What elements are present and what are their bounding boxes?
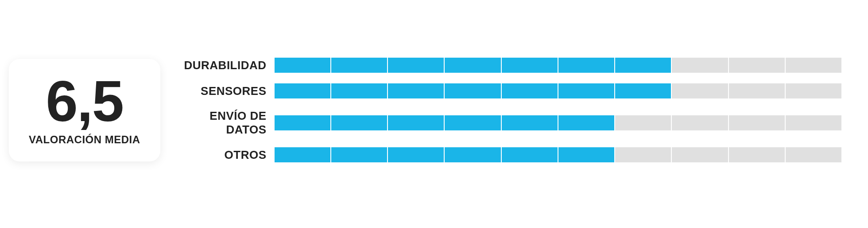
rating-container: 6,5 VALORACIÓN MEDIA DURABILIDADSENSORES… bbox=[0, 0, 868, 189]
score-card: 6,5 VALORACIÓN MEDIA bbox=[9, 59, 160, 161]
tick bbox=[786, 58, 841, 73]
tick bbox=[729, 115, 786, 130]
bar-row: DURABILIDAD bbox=[178, 58, 841, 73]
bar-row: ENVÍO DE DATOS bbox=[178, 109, 841, 137]
bar-fill bbox=[275, 147, 615, 162]
bar-track bbox=[275, 147, 841, 162]
bar-track bbox=[275, 115, 841, 130]
bar-label: SENSORES bbox=[178, 84, 267, 98]
bar-track bbox=[275, 58, 841, 73]
bar-label: OTROS bbox=[178, 148, 267, 162]
tick bbox=[786, 83, 841, 98]
bar-label: ENVÍO DE DATOS bbox=[178, 109, 267, 137]
tick bbox=[615, 147, 672, 162]
tick bbox=[729, 147, 786, 162]
bar-fill bbox=[275, 115, 615, 130]
tick bbox=[729, 58, 786, 73]
bar-track bbox=[275, 83, 841, 98]
bar-label: DURABILIDAD bbox=[178, 59, 267, 72]
tick bbox=[672, 83, 728, 98]
bar-fill bbox=[275, 58, 671, 73]
bar-fill bbox=[275, 83, 671, 98]
tick bbox=[786, 147, 841, 162]
bar-row: SENSORES bbox=[178, 83, 841, 98]
tick bbox=[672, 147, 728, 162]
score-label: VALORACIÓN MEDIA bbox=[29, 134, 140, 146]
tick bbox=[672, 58, 728, 73]
tick bbox=[672, 115, 728, 130]
bars-section: DURABILIDADSENSORESENVÍO DE DATOSOTROS bbox=[178, 58, 859, 162]
bar-row: OTROS bbox=[178, 147, 841, 162]
tick bbox=[786, 115, 841, 130]
tick bbox=[729, 83, 786, 98]
tick bbox=[615, 115, 672, 130]
score-value: 6,5 bbox=[46, 72, 123, 130]
